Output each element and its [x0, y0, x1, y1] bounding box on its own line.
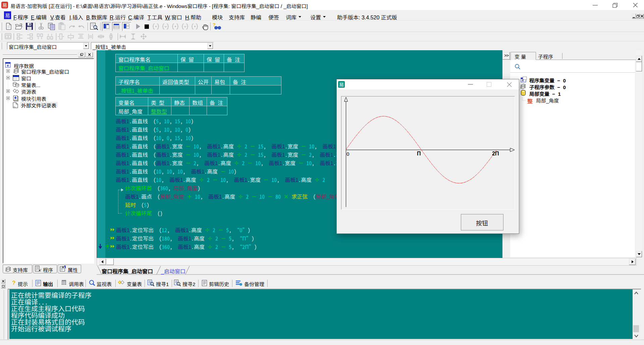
svg-text:?: ?	[12, 280, 15, 286]
svg-text:易: 易	[339, 81, 344, 88]
svg-text:易: 易	[5, 12, 10, 19]
svg-text:e: e	[522, 78, 524, 82]
svg-text:易: 易	[2, 2, 7, 8]
